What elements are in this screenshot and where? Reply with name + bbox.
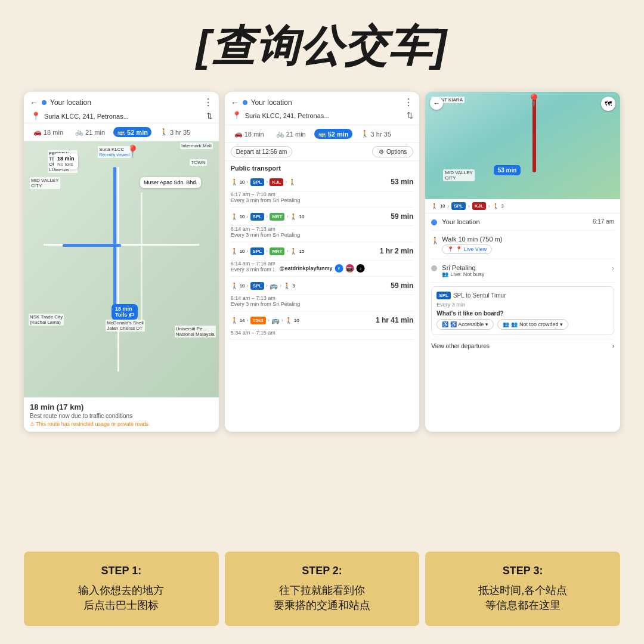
watermark: @eatdrinkplayfunmy f 📷 ♪ [274, 262, 371, 275]
detail-content-station: Sri Petaling 👥 Live: Not busy [442, 264, 607, 277]
arrow2b-icon: › [266, 213, 268, 219]
transit-detail-1: 6:17 am – 7:10 amEvery 3 min from Sri Pe… [231, 191, 414, 208]
bus5-icon: 🚌 [271, 317, 280, 324]
ss2-tab-walk[interactable]: 🚶 3 hr 35 [357, 129, 395, 139]
live-busy-text: Live: Not busy [450, 271, 484, 277]
live-view-button[interactable]: 📍 📍 Live View [442, 244, 492, 254]
spl-frequency: Every 3 min [436, 302, 609, 308]
screenshot-3: MONT KIARA MID VALLEYCITY 53 min 📍 🗺 ← 🚶… [425, 92, 620, 432]
screenshot-2: ← Your location ⋮ 📍 Suria KLCC, 241, Pet… [225, 92, 420, 432]
transit-list: 🚶10 › SPL › KJL › 🚶 53 min 6:17 am – 7:1… [225, 173, 420, 432]
ss2-tab-bike[interactable]: 🚲 21 min [273, 129, 309, 139]
crowded-icon: 👥 [503, 321, 509, 327]
walk-start2-icon: 🚶 [231, 213, 238, 220]
mrt-badge: MRT [270, 213, 284, 221]
whats-like-label: What's it like on board? [436, 310, 609, 317]
step-card-3: STEP 3: 抵达时间,各个站点等信息都在这里 [425, 552, 620, 626]
ss2-swap-icon[interactable]: ⇅ [407, 111, 413, 120]
not-crowded-label: 👥 Not too crowded [511, 321, 558, 327]
arrow2c-icon: › [286, 213, 288, 219]
kjl-badge: KJL [270, 178, 283, 186]
walk-start4-icon: 🚶 [231, 283, 238, 289]
walk-end-icon: 🚶 [289, 179, 296, 185]
accessible-icon: ♿ [442, 321, 448, 327]
back-arrow-icon[interactable]: ← [30, 98, 38, 107]
spl-badge-3: SPL [250, 247, 265, 255]
route-detail: Best route now due to traffic conditions [30, 413, 213, 419]
view-departures-row[interactable]: View other departures › [431, 339, 614, 353]
car-time: 18 min [44, 129, 63, 136]
options-button[interactable]: ⚙ Options [372, 146, 413, 157]
transit-detail-2: 6:14 am – 7:13 amEvery 3 min from Sri Pe… [231, 226, 414, 242]
transport-tabs: 🚗 18 min 🚲 21 min 🚌 52 min 🚶 3 hr 35 [24, 123, 219, 141]
muser-info: Muser Apac Sdn. Bhd. [140, 177, 201, 188]
arrow-icon: › [247, 179, 249, 185]
bus-icon: 🚌 [117, 128, 125, 136]
step-1-desc: 输入你想去的地方后点击巴士图标 [78, 583, 164, 613]
page-title: [查询公交车] [196, 18, 448, 75]
walk-end4-icon: 🚶 [283, 283, 290, 289]
walk-end3-icon: 🚶 [290, 248, 297, 255]
transit-item-3[interactable]: 🚶10 › SPL › MRT › 🚶15 1 hr 2 min [231, 242, 414, 261]
arrow3c-icon: › [286, 248, 288, 254]
tab-walk[interactable]: 🚶 3 hr 35 [156, 127, 194, 137]
ss2-back-arrow-icon[interactable]: ← [231, 98, 239, 107]
transit-item-2[interactable]: 🚶10 › SPL › MRT › 🚶10 59 min [231, 208, 414, 226]
detail-list: Your location 6:17 am 🚶 Walk 10 min (750… [425, 213, 620, 432]
arrow5c-icon: › [281, 317, 283, 323]
spl-route-text: SPL to Sentul Timur [453, 292, 506, 299]
step-2-desc: 往下拉就能看到你要乘搭的交通和站点 [274, 583, 370, 613]
tolls-info: 18 min Tolls 🏷 [112, 304, 138, 320]
walk-start-icon: 🚶 [231, 179, 238, 185]
not-crowded-tag[interactable]: 👥 👥 Not too crowded ▾ [497, 319, 568, 330]
transit-duration-1: 53 min [380, 178, 413, 186]
ss3-back-icon[interactable]: ← [430, 97, 443, 110]
instagram-icon: 📷 [345, 264, 354, 273]
spl-info-box: SPL SPL to Sentul Timur Every 3 min What… [431, 286, 614, 335]
depart-button[interactable]: Depart at 12:56 am [231, 146, 293, 157]
ss2-tab-car[interactable]: 🚗 18 min [231, 129, 268, 139]
tab-bike[interactable]: 🚲 21 min [72, 127, 109, 137]
ss2-blue-dot-icon [243, 100, 247, 105]
transit-item-5[interactable]: 🚶14 › T563 › 🚌 › 🚶10 1 hr 41 min [231, 311, 414, 330]
more-options-icon[interactable]: ⋮ [203, 97, 213, 108]
map-layers-icon[interactable]: 🗺 [601, 97, 615, 111]
ss2-transport-tabs: 🚗 18 min 🚲 21 min 🚌 52 min 🚶 3 hr 35 [225, 125, 420, 143]
no-tolls-info: 18 min No tolls [54, 153, 78, 169]
walk-end2-icon: 🚶 [290, 213, 297, 220]
step-2-number: STEP 2: [302, 565, 342, 577]
map-label-midvalley: MID VALLEYCITY [30, 177, 60, 189]
accessible-tag[interactable]: ♿ ♿ Accessible ▾ [436, 319, 494, 330]
detail-content-location: Your location [442, 218, 588, 225]
detail-item-walk: 🚶 Walk 10 min (750 m) 📍 📍 Live View [431, 231, 614, 259]
chevron-right-icon[interactable]: › [612, 264, 614, 273]
mcdonalds-label: McDonald's ShellJalan Cheras DT [106, 320, 145, 332]
walk-start5-icon: 🚶 [231, 317, 238, 324]
step-card-1: STEP 1: 输入你想去的地方后点击巴士图标 [24, 552, 219, 626]
ss2-walk-icon: 🚶 [361, 130, 369, 138]
step-3-number: STEP 3: [503, 565, 543, 577]
mrt-badge-2: MRT [270, 247, 284, 255]
tiktok-icon: ♪ [356, 264, 364, 273]
transit-item-4[interactable]: 🚶10 › SPL › 🚌 › 🚶3 59 min [231, 277, 414, 295]
bike-time: 21 min [85, 129, 105, 136]
public-transport-label: Public transport [225, 161, 420, 173]
bike-icon: 🚲 [75, 128, 83, 136]
ss2-tab-bus[interactable]: 🚌 52 min [314, 129, 352, 139]
crowded-chevron-icon: ▾ [560, 321, 563, 327]
arrow3b-icon: › [266, 248, 268, 254]
tab-bus[interactable]: 🚌 52 min [113, 127, 151, 137]
ss2-more-icon[interactable]: ⋮ [404, 97, 413, 108]
ss2-destination-pin-icon: 📍 [232, 111, 242, 120]
station-title: Sri Petaling [442, 264, 607, 271]
blue-dot-icon [42, 100, 47, 105]
transit-duration-4: 59 min [380, 281, 413, 290]
swap-icon[interactable]: ⇅ [206, 112, 213, 120]
walk-start3-icon: 🚶 [231, 248, 238, 255]
tab-car[interactable]: 🚗 18 min [30, 127, 67, 137]
spl-badge-2: SPL [250, 213, 265, 221]
walk-icon: 🚶 [160, 128, 168, 136]
screenshots-row: ← Your location ⋮ 📍 Suria KLCC, 241, Pet… [24, 92, 620, 432]
view-departures-label: View other departures [431, 343, 490, 349]
transit-item-1[interactable]: 🚶10 › SPL › KJL › 🚶 53 min [231, 173, 414, 191]
